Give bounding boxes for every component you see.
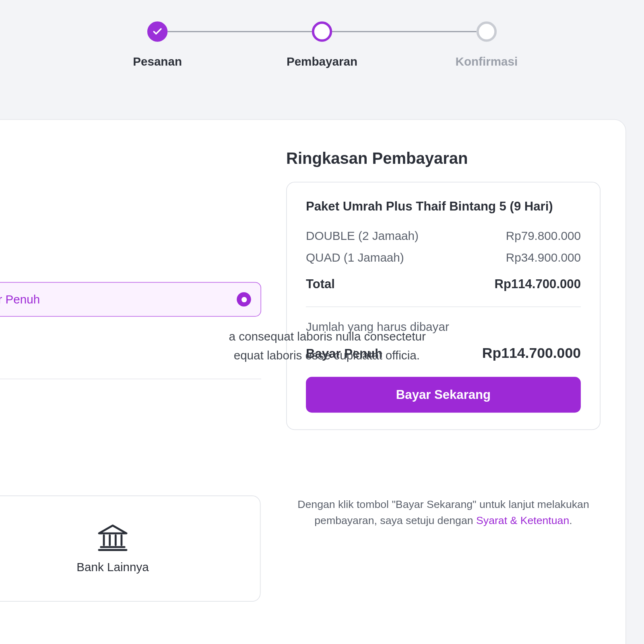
pay-amount: Rp114.700.000 [482, 345, 581, 361]
line-value: Rp34.900.000 [506, 251, 581, 265]
stepper: Pesanan Pembayaran Konfirmasi [0, 21, 644, 68]
bank-icon [97, 523, 129, 551]
step-pesanan[interactable]: Pesanan [75, 21, 240, 68]
summary-line: DOUBLE (2 Jamaah) Rp79.800.000 [306, 229, 581, 243]
stepper-connector [332, 31, 477, 32]
stepper-connector [167, 31, 312, 32]
summary-line: QUAD (1 Jamaah) Rp34.900.000 [306, 251, 581, 265]
terms-link[interactable]: Syarat & Ketentuan [476, 515, 569, 527]
option-desc-line: equat laboris esse cupidatat officia. [234, 349, 420, 363]
bank-option-label: Bank Lainnya [76, 560, 149, 574]
package-name: Paket Umrah Plus Thaif Bintang 5 (9 Hari… [306, 199, 581, 214]
option-desc-line: a consequat laboris nulla consectetur [229, 330, 426, 343]
total-label: Total [306, 277, 335, 291]
step-konfirmasi: Konfirmasi [404, 21, 569, 68]
summary-box: Paket Umrah Plus Thaif Bintang 5 (9 Hari… [286, 182, 601, 430]
svg-marker-0 [99, 525, 126, 533]
check-icon [147, 21, 167, 41]
line-label: DOUBLE (2 Jamaah) [306, 229, 419, 243]
summary-title: Ringkasan Pembayaran [286, 150, 468, 168]
divider [306, 306, 581, 307]
payment-option-label: ar Penuh [0, 293, 40, 306]
pay-now-button[interactable]: Bayar Sekarang [306, 377, 581, 413]
radio-selected-icon [237, 292, 251, 307]
step-label: Pembayaran [287, 55, 357, 68]
line-value: Rp79.800.000 [506, 229, 581, 243]
payment-option-full[interactable]: ar Penuh [0, 282, 261, 317]
step-circle-active [312, 21, 332, 41]
bank-option-other[interactable]: Bank Lainnya [0, 495, 260, 602]
total-value: Rp114.700.000 [494, 277, 580, 291]
agree-post: . [569, 515, 572, 527]
summary-total: Total Rp114.700.000 [306, 277, 581, 291]
step-label: Konfirmasi [456, 55, 518, 68]
step-label: Pesanan [133, 55, 182, 68]
agree-text: Dengan klik tombol "Bayar Sekarang" untu… [286, 497, 601, 529]
step-pembayaran[interactable]: Pembayaran [240, 21, 405, 68]
line-label: QUAD (1 Jamaah) [306, 251, 404, 265]
step-circle-inactive [477, 21, 497, 41]
divider [0, 379, 261, 379]
payment-card: Ringkasan Pembayaran Paket Umrah Plus Th… [0, 119, 626, 644]
